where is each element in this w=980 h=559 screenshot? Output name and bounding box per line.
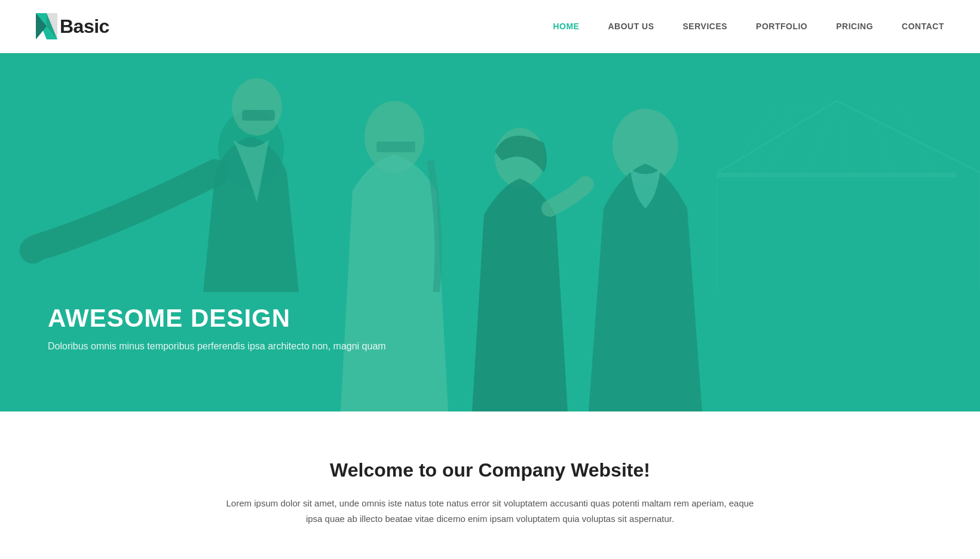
hero-subtitle: Doloribus omnis minus temporibus perfere… [48, 341, 386, 352]
svg-rect-23 [0, 53, 980, 411]
site-header: Basic HOME ABOUT US SERVICES PORTFOLIO P… [0, 0, 980, 53]
nav-item-home[interactable]: HOME [553, 22, 579, 31]
nav-item-pricing[interactable]: PRICING [836, 22, 873, 31]
welcome-text: Lorem ipsum dolor sit amet, unde omnis i… [221, 496, 759, 526]
welcome-section: Welcome to our Company Website! Lorem ip… [0, 411, 980, 559]
nav-item-portfolio[interactable]: PORTFOLIO [756, 22, 807, 31]
hero-section: AWESOME DESIGN Doloribus omnis minus tem… [0, 53, 980, 411]
logo-icon [36, 13, 57, 39]
main-nav: HOME ABOUT US SERVICES PORTFOLIO PRICING… [553, 22, 944, 31]
nav-item-contact[interactable]: CONTACT [902, 22, 944, 31]
welcome-title: Welcome to our Company Website! [36, 459, 944, 481]
logo-text: Basic [60, 16, 109, 38]
hero-scene-svg [0, 53, 980, 411]
nav-item-services[interactable]: SERVICES [683, 22, 728, 31]
nav-item-about[interactable]: ABOUT US [608, 22, 654, 31]
hero-content: AWESOME DESIGN Doloribus omnis minus tem… [48, 304, 386, 352]
hero-background [0, 53, 980, 411]
hero-title: AWESOME DESIGN [48, 304, 386, 333]
logo[interactable]: Basic [36, 13, 109, 39]
